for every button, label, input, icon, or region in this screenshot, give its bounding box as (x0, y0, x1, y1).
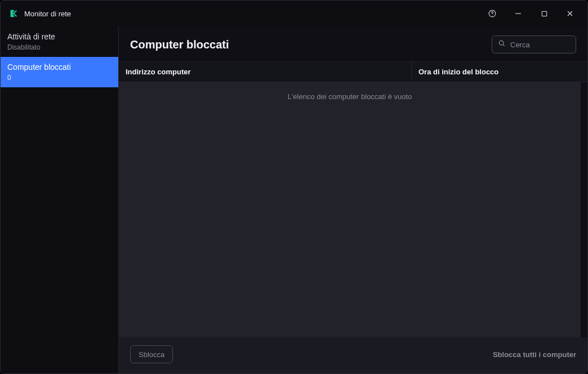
main-header: Computer bloccati (119, 26, 587, 61)
window-title: Monitor di rete (24, 10, 71, 18)
column-header-block-start[interactable]: Ora di inizio del blocco (412, 62, 587, 82)
minimize-button[interactable] (505, 1, 531, 26)
app-window: Monitor di rete Attività di rete Disabil… (0, 0, 588, 374)
footer: Sblocca Sblocca tutti i computer (119, 337, 587, 373)
sidebar-item-network-activity[interactable]: Attività di rete Disabilitato (1, 26, 118, 57)
sidebar-item-sublabel: 0 (7, 74, 112, 82)
main-panel: Computer bloccati Indirizzo computer Ora… (119, 26, 587, 373)
close-button[interactable] (557, 1, 583, 26)
search-icon (498, 39, 506, 50)
column-header-address[interactable]: Indirizzo computer (119, 62, 412, 82)
table-header: Indirizzo computer Ora di inizio del blo… (119, 61, 587, 82)
page-title: Computer bloccati (130, 38, 485, 51)
sidebar-item-sublabel: Disabilitato (7, 43, 112, 51)
titlebar: Monitor di rete (1, 1, 587, 26)
sidebar: Attività di rete Disabilitato Computer b… (1, 26, 119, 373)
unblock-button[interactable]: Sblocca (130, 345, 173, 363)
svg-rect-2 (515, 14, 521, 14)
sidebar-item-blocked-computers[interactable]: Computer bloccati 0 (1, 57, 118, 87)
empty-list-message: L'elenco dei computer bloccati è vuoto (288, 92, 412, 101)
search-input[interactable] (510, 41, 570, 49)
unblock-all-button[interactable]: Sblocca tutti i computer (493, 350, 576, 359)
svg-point-4 (499, 41, 504, 45)
maximize-button[interactable] (531, 1, 557, 26)
table-body: L'elenco dei computer bloccati è vuoto (119, 82, 587, 337)
search-field[interactable] (492, 35, 576, 54)
sidebar-item-label: Attività di rete (7, 32, 112, 41)
help-button[interactable] (479, 1, 505, 26)
svg-rect-3 (542, 11, 546, 16)
sidebar-item-label: Computer bloccati (7, 63, 112, 72)
app-logo-icon (8, 8, 19, 19)
body: Attività di rete Disabilitato Computer b… (1, 26, 587, 373)
svg-point-1 (492, 15, 493, 15)
